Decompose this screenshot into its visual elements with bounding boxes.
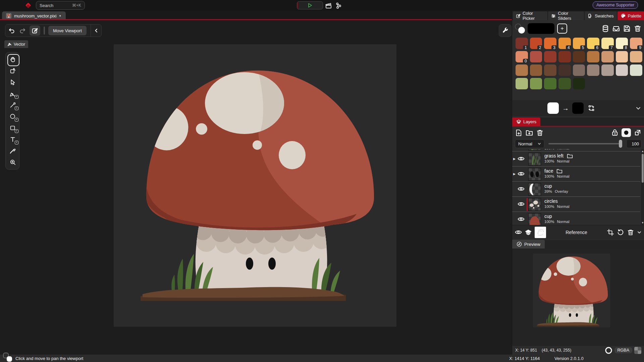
expand-colors-chevron[interactable]	[636, 105, 641, 111]
reference-above-layers-icon[interactable]	[525, 229, 532, 236]
layer-row-face[interactable]: ▶ face 100%Normal	[512, 167, 640, 182]
delete-layer-icon[interactable]	[536, 129, 544, 137]
redo-button[interactable]	[19, 27, 26, 34]
secondary-color-swatch[interactable]	[572, 102, 584, 114]
color-format-button[interactable]: RGBA	[614, 347, 632, 353]
text-tool[interactable]: +	[6, 134, 20, 145]
layer-row-circles[interactable]: circles 100%Normal	[512, 197, 640, 212]
palette-swatch[interactable]	[587, 51, 599, 62]
new-layer-icon[interactable]	[515, 129, 523, 137]
palette-swatch[interactable]	[573, 64, 585, 76]
color-picker-tool[interactable]	[6, 145, 20, 156]
palette-swatch[interactable]	[587, 64, 599, 76]
search-input[interactable]: Search ⌘+K	[36, 1, 85, 10]
opacity-value-box[interactable]: 100	[626, 139, 642, 148]
palette-swatch[interactable]	[516, 64, 528, 76]
palette-swatch[interactable]	[616, 51, 628, 62]
rectangle-tool[interactable]: +	[6, 122, 20, 134]
opacity-slider-handle[interactable]	[619, 140, 622, 148]
palette-swatch[interactable]: 7	[601, 38, 614, 49]
palette-swatch[interactable]	[530, 78, 542, 89]
tab-preview[interactable]: Preview	[512, 240, 545, 248]
move-viewport-button[interactable]: Move Viewport	[48, 26, 87, 35]
palette-swatch[interactable]: 5	[573, 38, 585, 49]
line-tool[interactable]: +	[6, 99, 20, 111]
palette-swatch[interactable]	[558, 64, 571, 76]
palette-swatch[interactable]	[558, 51, 571, 62]
palette-swatch[interactable]: 8	[616, 38, 628, 49]
clip-to-below-icon[interactable]	[634, 129, 642, 137]
viewport[interactable]: Move Viewport Vector + +	[0, 20, 512, 355]
palette-swatch[interactable]	[601, 64, 614, 76]
save-palette-icon[interactable]	[623, 25, 631, 33]
expand-arrow-icon[interactable]: ▶	[513, 157, 516, 161]
layer-list-scrollbar[interactable]: ▲ ▼	[641, 149, 644, 225]
new-folder-icon[interactable]	[525, 129, 533, 137]
node-graph-icon[interactable]	[335, 2, 342, 9]
play-button[interactable]	[297, 1, 323, 9]
supporter-badge[interactable]: Awesome Supporter	[593, 1, 638, 9]
palette-swatch[interactable]: 0	[516, 51, 528, 62]
palette-swatch[interactable]	[630, 51, 642, 62]
crop-reference-icon[interactable]	[607, 229, 614, 236]
selected-color-indicator[interactable]	[515, 24, 525, 34]
reset-reference-icon[interactable]	[617, 229, 624, 236]
opacity-slider[interactable]	[548, 139, 623, 148]
transparency-grid-icon[interactable]	[634, 347, 641, 354]
visibility-eye-icon[interactable]	[518, 201, 525, 207]
rotate-viewport-tool[interactable]	[6, 65, 20, 77]
open-palette-icon[interactable]	[612, 25, 620, 33]
palette-swatch[interactable]	[558, 78, 571, 89]
scroll-down-arrow[interactable]: ▼	[641, 221, 644, 224]
palette-swatch[interactable]: 1	[516, 38, 528, 49]
tab-color-picker[interactable]: Color Picker	[513, 11, 547, 20]
layer-row-cup-overlay[interactable]: cup 39%Overlay	[512, 182, 640, 197]
add-color-button[interactable]: +	[557, 24, 567, 34]
tab-palette[interactable]: Palette	[618, 11, 644, 20]
current-color-box[interactable]	[528, 23, 554, 34]
palette-swatch[interactable]	[530, 51, 542, 62]
palette-swatch[interactable]	[516, 78, 528, 89]
pointer-select-tool[interactable]	[6, 77, 20, 88]
palette-swatch[interactable]	[601, 51, 614, 62]
palette-swatch[interactable]	[630, 64, 642, 76]
visibility-eye-icon[interactable]	[518, 171, 525, 176]
scroll-up-arrow[interactable]: ▲	[641, 150, 644, 153]
scrollbar-thumb[interactable]	[642, 154, 644, 183]
app-logo-icon[interactable]	[25, 2, 32, 9]
palette-swatch[interactable]	[573, 78, 585, 89]
palette-swatch[interactable]	[544, 64, 556, 76]
tab-layers[interactable]: Layers	[512, 118, 540, 126]
visibility-eye-icon[interactable]	[518, 217, 525, 222]
undo-button[interactable]	[8, 27, 15, 34]
canvas[interactable]	[114, 44, 396, 327]
palette-swatch[interactable]: 3	[544, 38, 556, 49]
palette-swatch[interactable]: 6	[587, 38, 599, 49]
collapse-toolbar-chevron[interactable]	[94, 28, 99, 33]
tab-swatches[interactable]: Swatches	[585, 11, 616, 20]
mask-icon[interactable]	[622, 128, 631, 137]
palette-library-icon[interactable]	[601, 25, 609, 33]
palette-swatch[interactable]	[530, 64, 542, 76]
palette-swatch[interactable]	[573, 51, 585, 62]
reference-chevron-icon[interactable]	[637, 230, 642, 235]
visibility-eye-icon[interactable]	[518, 186, 525, 191]
zoom-tool[interactable]	[6, 156, 20, 168]
settings-wrench-button[interactable]	[499, 24, 512, 37]
layer-row-partial[interactable]: 100%Normal	[512, 149, 640, 151]
reference-visibility-eye-icon[interactable]	[515, 230, 522, 235]
palette-swatch[interactable]	[544, 78, 556, 89]
hand-tool[interactable]	[6, 54, 20, 65]
swap-colors-icon[interactable]	[588, 104, 595, 112]
lock-transparency-icon[interactable]: α	[611, 129, 619, 137]
reference-thumbnail[interactable]	[535, 227, 546, 238]
delete-reference-icon[interactable]	[627, 229, 634, 236]
ellipse-tool[interactable]: +	[6, 111, 20, 122]
expand-arrow-icon[interactable]: ▶	[513, 172, 516, 176]
palette-swatch[interactable]	[616, 64, 628, 76]
pen-tool[interactable]: +	[6, 88, 20, 99]
layer-row-grass-left[interactable]: ▶ grass left 100%Normal	[512, 152, 640, 167]
palette-swatch[interactable]: 9	[630, 38, 642, 49]
palette-swatch[interactable]: 2	[530, 38, 542, 49]
primary-color-swatch[interactable]	[547, 102, 559, 114]
